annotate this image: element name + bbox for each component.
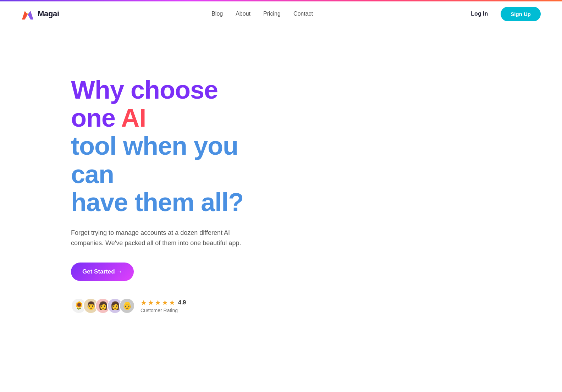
hero-word-tool: tool: [71, 132, 123, 160]
social-proof: 🌻 👨 👩 👩 👴 ★ ★ ★ ★ ★ 4.9 Customer Rating: [71, 298, 263, 314]
signup-button[interactable]: Sign Up: [501, 7, 541, 21]
star-5: ★: [169, 298, 175, 307]
hero-subtext: Forget trying to manage accounts at a do…: [71, 228, 241, 248]
hero-word-you: you: [194, 132, 238, 160]
star-2: ★: [148, 298, 154, 307]
login-button[interactable]: Log In: [465, 8, 494, 20]
nav-links: Blog About Pricing Contact: [211, 11, 313, 17]
magai-logo-icon: [21, 7, 34, 20]
nav-blog[interactable]: Blog: [211, 11, 223, 17]
star-1: ★: [140, 298, 147, 307]
star-3: ★: [155, 298, 161, 307]
brand-name-text: Magai: [38, 9, 59, 18]
rating-number: 4.9: [178, 299, 186, 306]
hero-word-one: one: [71, 104, 121, 132]
navbar-actions: Log In Sign Up: [465, 7, 541, 21]
hero-section: Why choose one AI tool when you can have…: [0, 26, 284, 342]
nav-pricing[interactable]: Pricing: [263, 11, 281, 17]
hero-word-all: all?: [201, 188, 243, 216]
hero-word-have: have: [71, 188, 134, 216]
avatar-5: 👴: [119, 298, 135, 314]
hero-word-choose: choose: [131, 76, 218, 104]
get-started-button[interactable]: Get Started →: [71, 263, 134, 281]
rating-info: ★ ★ ★ ★ ★ 4.9 Customer Rating: [140, 298, 186, 313]
star-4: ★: [162, 298, 168, 307]
avatar-group: 🌻 👨 👩 👩 👴: [71, 298, 135, 314]
brand-logo[interactable]: Magai: [21, 7, 59, 20]
hero-heading: Why choose one AI tool when you can have…: [71, 76, 263, 216]
rating-label: Customer Rating: [140, 308, 186, 313]
nav-contact[interactable]: Contact: [293, 11, 313, 17]
navbar: Magai Blog About Pricing Contact Log In …: [0, 1, 562, 26]
nav-about[interactable]: About: [236, 11, 250, 17]
star-rating: ★ ★ ★ ★ ★ 4.9: [140, 298, 186, 307]
hero-word-why: Why: [71, 76, 131, 104]
hero-word-them: them: [134, 188, 201, 216]
hero-word-can: can: [71, 160, 114, 188]
hero-word-ai: AI: [121, 104, 146, 132]
hero-word-when: when: [123, 132, 194, 160]
